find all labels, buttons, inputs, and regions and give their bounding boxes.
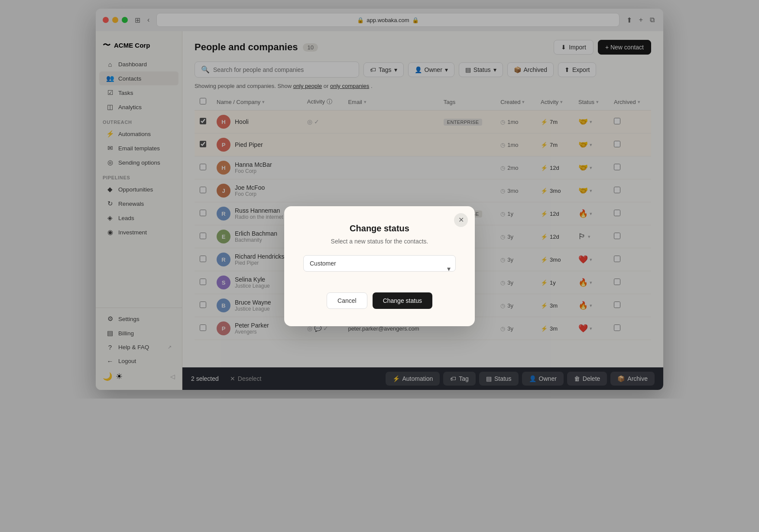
modal-title: Change status xyxy=(303,224,456,234)
modal-actions: Cancel Change status xyxy=(303,292,456,309)
status-select[interactable]: Lead Customer Churned Partner Other xyxy=(303,255,456,272)
status-select-wrapper: Lead Customer Churned Partner Other xyxy=(303,255,456,282)
modal-close-button[interactable]: ✕ xyxy=(454,213,468,227)
change-status-button[interactable]: Change status xyxy=(373,292,432,309)
modal-overlay[interactable]: ✕ Change status Select a new status for … xyxy=(0,0,759,399)
modal-subtitle: Select a new status for the contacts. xyxy=(303,238,456,245)
change-status-modal: ✕ Change status Select a new status for … xyxy=(284,206,475,326)
cancel-button[interactable]: Cancel xyxy=(327,292,367,309)
